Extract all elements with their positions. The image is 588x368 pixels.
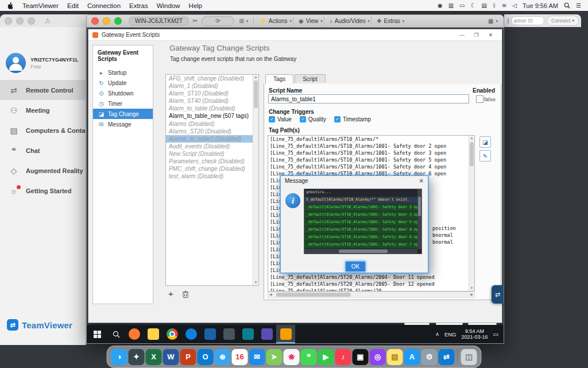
checkbox-checked[interactable]: ✓ <box>334 116 341 122</box>
session-tab[interactable]: WIN-JC6JLTKM2T <box>129 17 188 25</box>
close-button[interactable]: ✕ <box>483 30 498 40</box>
vertical-scrollbar[interactable]: ▲ ▼ <box>469 136 474 291</box>
enabled-checkbox[interactable] <box>476 95 483 103</box>
sidebar-item-meeting[interactable]: ⚇ Meeting <box>0 100 86 120</box>
scroll-left-icon[interactable]: ◀ <box>269 292 272 297</box>
taskbar-clock[interactable]: 9:54 AM 2021-03-16 <box>462 328 488 340</box>
bluetooth-icon[interactable]: ᛒ <box>493 3 496 9</box>
nav-item[interactable]: ✉ Message <box>93 119 153 129</box>
script-list-item[interactable]: Alarm_to_table (Disabled) <box>166 105 258 112</box>
horizontal-scrollbar[interactable] <box>304 249 417 254</box>
add-script-button[interactable]: + <box>168 290 173 298</box>
script-list-item[interactable]: New Script (Disabled) <box>166 150 258 158</box>
firefox[interactable] <box>125 325 144 343</box>
tab[interactable]: Script <box>295 74 326 83</box>
scroll-up-icon[interactable]: ▲ <box>469 136 474 141</box>
do-not-disturb-icon[interactable]: ☾ <box>471 3 476 9</box>
safari[interactable]: ⊛ <box>215 349 231 365</box>
connect-button[interactable]: Connect▾ <box>547 16 579 26</box>
script-list-item[interactable]: Alarm_ST10 (Disabled) <box>166 90 258 97</box>
notes[interactable]: ▤ <box>387 349 403 365</box>
photos[interactable]: ❀ <box>284 349 300 365</box>
menu-extras[interactable]: Extras <box>129 2 148 9</box>
menubar-clock[interactable]: Tue 9:56 AM <box>523 2 558 9</box>
script-list-item[interactable]: Audit_events (Disabled) <box>166 143 258 150</box>
user-block[interactable]: YRI2TC7YG4NYF1L Free <box>0 53 86 73</box>
zoom-button[interactable] <box>114 17 122 25</box>
trash[interactable]: ◫ <box>461 349 477 365</box>
display-icon[interactable]: ▥ <box>448 3 454 9</box>
app-store[interactable]: A <box>404 349 420 365</box>
checkbox-checked[interactable]: ✓ <box>269 116 275 122</box>
sidebar-item-chat[interactable]: ❝ Chat <box>0 140 86 160</box>
nav-item[interactable]: ◷ Timer <box>93 98 153 109</box>
nav-item[interactable]: ⊙ Shutdown <box>93 88 153 98</box>
audio-video-menu[interactable]: ♪ Audio/Video ▾ <box>324 17 371 25</box>
scroll-right-icon[interactable]: ▶ <box>470 292 473 297</box>
scrollbar-thumb[interactable] <box>276 293 351 297</box>
dock-divider[interactable] <box>458 350 458 365</box>
file-explorer[interactable] <box>144 325 163 343</box>
start-button[interactable] <box>87 325 107 343</box>
facetime[interactable]: ▶ <box>318 349 334 365</box>
maps[interactable]: ➤ <box>266 349 283 365</box>
session-panel-grip[interactable]: ⇄ <box>492 285 504 304</box>
tag-browse-button[interactable]: ◪ <box>479 136 491 148</box>
excel[interactable]: X <box>146 349 162 365</box>
taskbar-search-button[interactable] <box>107 325 125 343</box>
extras-menu[interactable]: ✚ Extras ▾ <box>371 17 405 25</box>
mail[interactable]: ✉ <box>249 349 265 365</box>
edge[interactable] <box>181 325 200 343</box>
tag-path-row[interactable]: [Line_75_default]Alarms/ST10_Alarms/1001… <box>268 156 474 163</box>
ok-button[interactable]: OK <box>345 261 366 272</box>
warning-icon[interactable]: ⚠ <box>45 17 51 25</box>
script-list-item[interactable]: Alarms (Disabled) <box>166 120 258 128</box>
tray-expand-icon[interactable]: ∧ <box>435 331 439 337</box>
screenshot-menu[interactable]: ▦ ▾ <box>483 17 499 25</box>
action-center-icon[interactable]: ▭ <box>493 331 498 338</box>
outlook[interactable]: O <box>198 349 214 365</box>
sidebar-item-getting-started[interactable]: ☼ Getting Started <box>0 181 86 201</box>
messages[interactable]: ❝ <box>301 349 317 365</box>
tab[interactable]: Tags <box>265 74 293 84</box>
tag-path-row[interactable]: [Line_75_default]Alarms/ST20_Alarms/2005… <box>268 281 474 288</box>
scissors-icon[interactable]: ✂ <box>192 17 198 25</box>
script-list-item[interactable]: PMC_shift_change (Disabled) <box>166 165 258 172</box>
delete-script-button[interactable] <box>182 290 189 298</box>
script-list-item[interactable]: AFG_shift_change (Disabled) <box>166 75 258 82</box>
system-preferences[interactable]: ⚙ <box>421 349 438 365</box>
scrollbar-thumb[interactable] <box>418 197 421 216</box>
nav-item[interactable]: ↻ Update <box>93 78 153 88</box>
tag-path-row[interactable]: [Line_75_default]Alarms/ST20_Alarms/20 <box>268 288 474 292</box>
script-list-item[interactable]: test_alarm (Disabled) <box>166 172 258 180</box>
close-icon[interactable]: ✕ <box>419 178 424 184</box>
script-list-item[interactable]: Parameters_check (Disabled) <box>166 158 258 165</box>
music[interactable]: ♪ <box>335 349 351 365</box>
menu-edit[interactable]: Edit <box>67 2 79 9</box>
powerpoint[interactable]: P <box>180 349 196 365</box>
nav-item[interactable]: ▸ Startup <box>93 67 153 78</box>
minimize-button[interactable]: — <box>455 30 469 40</box>
maximize-button[interactable]: ❐ <box>469 30 483 40</box>
finder[interactable]: ◑ <box>111 349 127 365</box>
minimize-button[interactable] <box>103 17 110 25</box>
launchpad[interactable]: ✦ <box>129 349 145 365</box>
nav-item[interactable]: ◪ Tag Change <box>93 109 153 119</box>
app-teal[interactable] <box>238 325 257 343</box>
vertical-scrollbar[interactable] <box>417 189 421 249</box>
partner-id-input[interactable] <box>511 16 544 25</box>
script-list-item[interactable]: Alarms_to_table1 (Disabled) <box>166 135 258 143</box>
menu-connection[interactable]: Connection <box>87 2 121 9</box>
camera-icon[interactable]: ◉ <box>438 3 443 9</box>
volume-icon[interactable]: ◁ <box>512 3 517 9</box>
battery-icon[interactable]: ▭ <box>459 3 465 9</box>
script-name-input[interactable] <box>268 94 469 103</box>
teamviewer[interactable]: ⇄ <box>439 349 455 365</box>
spotlight-icon[interactable] <box>564 2 570 9</box>
app-blue[interactable] <box>200 325 219 343</box>
wifi-icon[interactable]: ≋ <box>502 3 506 9</box>
close-button[interactable] <box>5 17 12 25</box>
scroll-down-icon[interactable]: ▼ <box>253 280 258 285</box>
tag-path-row[interactable]: [Line_75_default]Alarms/ST10_Alarms/1001… <box>268 163 474 170</box>
edit-tag-path-button[interactable]: ✎ <box>479 150 491 162</box>
